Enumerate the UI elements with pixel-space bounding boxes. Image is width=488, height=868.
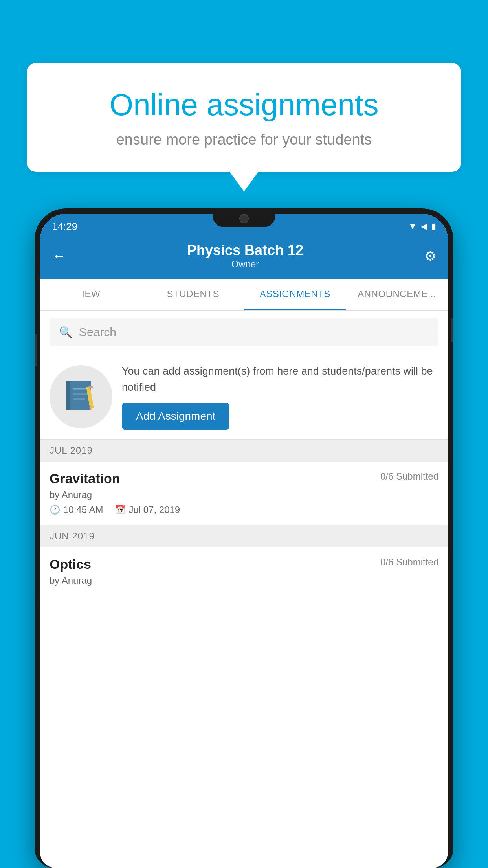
battery-icon: ▮ <box>431 221 436 232</box>
promo-content: You can add assignment(s) from here and … <box>122 363 438 430</box>
assignment-item-gravitation[interactable]: Gravitation 0/6 Submitted by Anurag 🕐 10… <box>40 462 448 525</box>
assignment-submitted-optics: 0/6 Submitted <box>380 557 438 568</box>
side-button-left <box>35 334 37 366</box>
month-header-jun: JUN 2019 <box>40 525 448 547</box>
search-placeholder: Search <box>79 326 116 339</box>
assignment-time: 🕐 10:45 AM <box>50 504 103 515</box>
signal-icon: ◀ <box>421 221 427 232</box>
promo-icon-circle <box>50 365 112 428</box>
notebook-icon <box>65 379 97 414</box>
header-title: Physics Batch 12 <box>66 242 424 259</box>
tab-students[interactable]: STUDENTS <box>142 279 244 310</box>
phone-camera <box>239 214 249 223</box>
tab-announcements[interactable]: ANNOUNCEME... <box>346 279 448 310</box>
svg-rect-1 <box>66 381 70 410</box>
phone-screen: 14:29 ▼ ◀ ▮ ← Physics Batch 12 Owner ⚙ I… <box>40 214 448 868</box>
wifi-icon: ▼ <box>408 221 417 232</box>
assignment-name-optics: Optics <box>50 557 91 572</box>
settings-button[interactable]: ⚙ <box>424 248 436 264</box>
assignment-date-value: Jul 07, 2019 <box>128 504 180 515</box>
search-box[interactable]: 🔍 Search <box>50 318 438 346</box>
assignment-name-gravitation: Gravitation <box>50 471 120 486</box>
tabs-container: IEW STUDENTS ASSIGNMENTS ANNOUNCEME... <box>40 279 448 311</box>
calendar-icon: 📅 <box>115 505 125 515</box>
phone-notch <box>213 208 275 227</box>
side-button-right <box>451 318 453 342</box>
bubble-title: Online assignments <box>54 86 434 123</box>
assignment-by-gravitation: by Anurag <box>50 489 438 500</box>
assignment-date: 📅 Jul 07, 2019 <box>115 504 180 515</box>
phone-frame: 14:29 ▼ ◀ ▮ ← Physics Batch 12 Owner ⚙ I… <box>35 208 453 868</box>
assignment-by-optics: by Anurag <box>50 575 438 586</box>
assignment-time-value: 10:45 AM <box>63 504 103 515</box>
promo-section: You can add assignment(s) from here and … <box>40 354 448 440</box>
header-center: Physics Batch 12 Owner <box>66 242 424 270</box>
tab-assignments[interactable]: ASSIGNMENTS <box>244 279 346 310</box>
clock-icon: 🕐 <box>50 505 60 515</box>
app-header: ← Physics Batch 12 Owner ⚙ <box>40 236 448 279</box>
month-label-jul: JUL 2019 <box>50 445 93 456</box>
status-icons: ▼ ◀ ▮ <box>408 221 436 232</box>
header-subtitle: Owner <box>66 259 424 270</box>
assignment-meta-gravitation: 🕐 10:45 AM 📅 Jul 07, 2019 <box>50 504 438 515</box>
month-header-jul: JUL 2019 <box>40 440 448 462</box>
back-button[interactable]: ← <box>52 248 66 264</box>
assignment-row1: Gravitation 0/6 Submitted <box>50 471 438 486</box>
bubble-subtitle: ensure more practice for your students <box>54 131 434 148</box>
search-container: 🔍 Search <box>40 311 448 354</box>
add-assignment-button[interactable]: Add Assignment <box>122 403 229 430</box>
month-label-jun: JUN 2019 <box>50 531 95 541</box>
status-time: 14:29 <box>52 221 77 233</box>
assignment-submitted-gravitation: 0/6 Submitted <box>380 471 438 482</box>
promo-text: You can add assignment(s) from here and … <box>122 363 438 395</box>
search-icon: 🔍 <box>59 326 73 339</box>
assignment-item-optics[interactable]: Optics 0/6 Submitted by Anurag <box>40 547 448 600</box>
speech-bubble-container: Online assignments ensure more practice … <box>27 63 461 172</box>
tab-iew[interactable]: IEW <box>40 279 142 310</box>
assignment-row1-optics: Optics 0/6 Submitted <box>50 557 438 572</box>
speech-bubble: Online assignments ensure more practice … <box>27 63 461 172</box>
